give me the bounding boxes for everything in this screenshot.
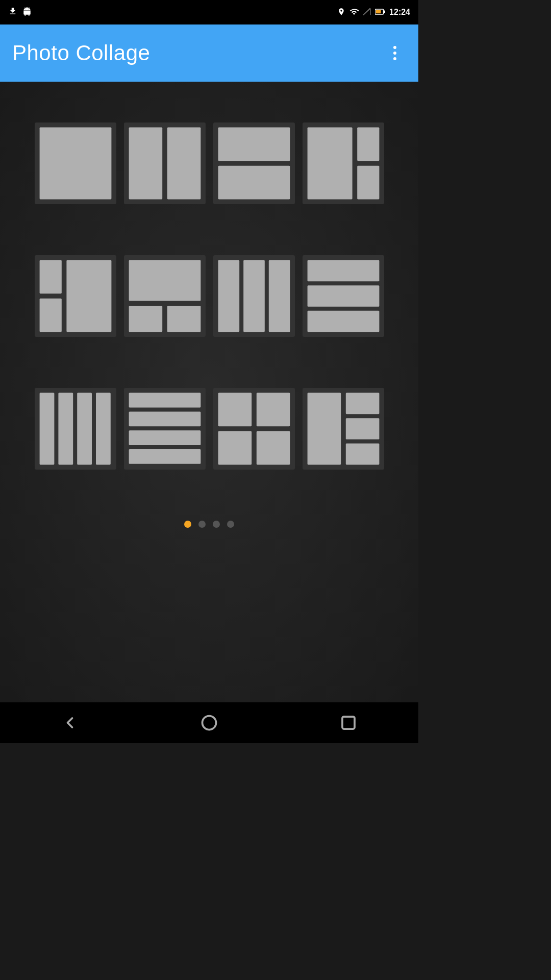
- svg-rect-39: [129, 430, 201, 445]
- svg-rect-10: [218, 166, 290, 200]
- svg-rect-25: [243, 260, 265, 332]
- layout-row-2: [31, 255, 388, 337]
- overflow-menu-button[interactable]: [384, 42, 406, 64]
- svg-rect-40: [129, 449, 201, 464]
- svg-rect-44: [218, 431, 252, 465]
- svg-rect-2: [384, 10, 386, 13]
- svg-rect-4: [39, 128, 111, 200]
- android-icon: [22, 7, 32, 18]
- pagination-dots: [184, 521, 234, 528]
- svg-rect-18: [66, 260, 111, 332]
- layout-grid: [0, 102, 418, 490]
- svg-rect-33: [58, 393, 73, 465]
- svg-rect-48: [345, 393, 379, 414]
- time-display: 12:24: [389, 8, 410, 17]
- layout-single[interactable]: [35, 122, 116, 204]
- layout-three-horizontal[interactable]: [303, 255, 384, 337]
- main-content: [0, 82, 418, 702]
- svg-rect-32: [39, 393, 54, 465]
- layout-four-vertical[interactable]: [35, 388, 116, 470]
- status-bar-left: [8, 7, 32, 18]
- status-bar-right: 12:24: [337, 7, 410, 18]
- layout-four-horizontal[interactable]: [124, 388, 206, 470]
- app-bar: Photo Collage: [0, 24, 418, 82]
- app-title: Photo Collage: [12, 41, 150, 65]
- svg-rect-37: [129, 393, 201, 408]
- svg-rect-16: [39, 260, 61, 294]
- layout-one-right-two-left[interactable]: [35, 255, 116, 337]
- layout-row-1: [31, 122, 388, 204]
- svg-rect-34: [77, 393, 92, 465]
- svg-rect-42: [218, 393, 252, 427]
- svg-rect-50: [345, 444, 379, 465]
- layout-four-grid[interactable]: [213, 388, 295, 470]
- layout-two-horizontal[interactable]: [213, 122, 295, 204]
- back-button[interactable]: [55, 707, 85, 738]
- layout-one-left-two-right[interactable]: [303, 122, 384, 204]
- svg-rect-24: [218, 260, 239, 332]
- download-icon: [8, 7, 17, 18]
- pagination-dot-2[interactable]: [198, 521, 206, 528]
- svg-rect-28: [307, 260, 379, 282]
- svg-rect-26: [268, 260, 290, 332]
- svg-rect-49: [345, 418, 379, 439]
- svg-rect-52: [342, 717, 355, 729]
- svg-rect-13: [357, 128, 379, 161]
- svg-rect-17: [39, 299, 61, 332]
- svg-rect-14: [357, 166, 379, 200]
- pagination-dot-1[interactable]: [184, 521, 191, 528]
- svg-rect-22: [167, 306, 201, 332]
- svg-rect-12: [307, 128, 352, 200]
- home-button[interactable]: [194, 707, 224, 738]
- pagination-dot-3[interactable]: [213, 521, 220, 528]
- svg-rect-38: [129, 411, 201, 426]
- svg-rect-7: [167, 128, 201, 200]
- svg-rect-35: [96, 393, 111, 465]
- svg-rect-45: [256, 431, 290, 465]
- layout-two-vertical[interactable]: [124, 122, 206, 204]
- location-icon: [337, 8, 345, 17]
- svg-rect-20: [129, 260, 201, 301]
- layout-one-left-three-right[interactable]: [303, 388, 384, 470]
- svg-rect-30: [307, 311, 379, 332]
- battery-icon: [375, 8, 385, 17]
- svg-rect-43: [256, 393, 290, 427]
- svg-rect-6: [129, 128, 162, 200]
- svg-point-51: [202, 716, 216, 730]
- signal-off-icon: [363, 8, 371, 17]
- status-bar: 12:24: [0, 0, 418, 24]
- svg-rect-9: [218, 128, 290, 161]
- recents-button[interactable]: [333, 707, 364, 738]
- layout-three-vertical[interactable]: [213, 255, 295, 337]
- svg-rect-29: [307, 285, 379, 307]
- svg-rect-1: [376, 10, 381, 13]
- svg-rect-21: [129, 306, 162, 332]
- nav-bar: [0, 702, 418, 743]
- pagination-dot-4[interactable]: [227, 521, 234, 528]
- layout-row-3: [31, 388, 388, 470]
- layout-big-top-two-bottom[interactable]: [124, 255, 206, 337]
- three-dots-icon: [393, 46, 396, 60]
- wifi-icon: [349, 7, 359, 18]
- svg-rect-47: [307, 393, 341, 465]
